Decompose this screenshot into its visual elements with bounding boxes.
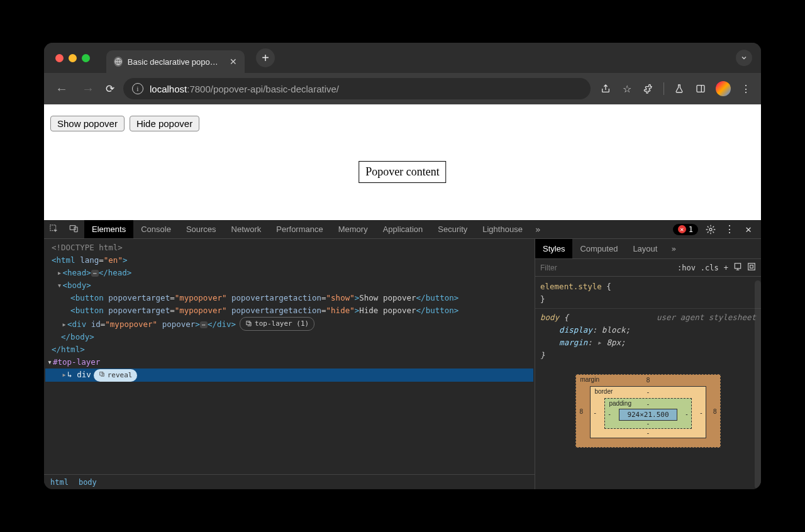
close-tab-icon[interactable]: ✕ — [230, 57, 237, 67]
cls-toggle[interactable]: .cls — [701, 263, 719, 272]
forward-button[interactable]: → — [79, 79, 97, 99]
tab-console[interactable]: Console — [133, 220, 179, 238]
devtools-tabbar: Elements Console Sources Network Perform… — [44, 220, 761, 239]
devtools-menu-icon[interactable]: ⋮ — [723, 223, 736, 235]
error-count-badge[interactable]: ✕ 1 — [673, 224, 698, 235]
body-rule[interactable]: user agent stylesheet body { display: bl… — [540, 311, 756, 362]
browser-window: Basic declarative popover exa ✕ + ← → ⟳ … — [44, 43, 761, 489]
dom-tree[interactable]: <!DOCTYPE html> <html lang="en"> ▸<head>… — [44, 239, 535, 474]
svg-rect-10 — [748, 263, 755, 270]
divider — [663, 82, 664, 95]
top-layer-badge[interactable]: top-layer (1) — [240, 317, 314, 331]
reload-button[interactable]: ⟳ — [106, 82, 114, 96]
crumb-html[interactable]: html — [50, 478, 69, 487]
body-close-node[interactable]: </body> — [45, 331, 533, 343]
svg-rect-8 — [99, 372, 103, 375]
tab-layout[interactable]: Layout — [625, 239, 665, 258]
devtools: Elements Console Sources Network Perform… — [44, 220, 761, 489]
computed-render-icon[interactable] — [733, 262, 742, 273]
ua-stylesheet-label: user agent stylesheet — [657, 311, 756, 324]
address-bar[interactable]: i localhost:7800/popover-api/basic-decla… — [123, 78, 591, 99]
elements-panel: <!DOCTYPE html> <html lang="en"> ▸<head>… — [44, 239, 535, 489]
tab-performance[interactable]: Performance — [269, 220, 330, 238]
content-size: 924×21.500 — [619, 409, 677, 421]
tab-memory[interactable]: Memory — [331, 220, 375, 238]
error-count: 1 — [689, 225, 693, 234]
top-layer-section[interactable]: ▾#top-layer — [45, 356, 533, 369]
site-info-icon[interactable]: i — [132, 83, 143, 94]
border-label: border — [594, 388, 613, 395]
sidepanel-icon[interactable] — [694, 84, 707, 94]
page-viewport: Show popover Hide popover Popover conten… — [44, 104, 761, 220]
tab-elements[interactable]: Elements — [84, 220, 133, 238]
show-popover-button[interactable]: Show popover — [50, 116, 125, 131]
popover-div-node[interactable]: ▸<div id="mypopover" popover>⋯</div>top-… — [45, 317, 533, 331]
inspect-element-icon[interactable] — [44, 224, 64, 235]
tab-security[interactable]: Security — [430, 220, 475, 238]
html-close-node[interactable]: </html> — [45, 343, 533, 356]
devtools-close-icon[interactable]: ✕ — [742, 223, 755, 235]
tab-application[interactable]: Application — [375, 220, 431, 238]
titlebar: Basic declarative popover exa ✕ + — [44, 43, 761, 73]
svg-rect-9 — [735, 263, 740, 269]
breadcrumb[interactable]: html body — [44, 474, 535, 489]
svg-point-6 — [709, 228, 712, 231]
button-hide-node[interactable]: <button popovertarget="mypopover" popove… — [45, 304, 533, 317]
styles-rules[interactable]: element.style {} user agent stylesheet b… — [535, 277, 761, 365]
svg-rect-7 — [247, 321, 250, 324]
reveal-badge[interactable]: reveal — [94, 369, 138, 382]
error-icon: ✕ — [678, 225, 686, 233]
body-open-node[interactable]: ▾<body> — [45, 279, 533, 292]
tab-computed[interactable]: Computed — [572, 239, 625, 258]
button-show-node[interactable]: <button popovertarget="mypopover" popove… — [45, 292, 533, 304]
labs-icon[interactable] — [673, 84, 686, 94]
hov-toggle[interactable]: :hov — [677, 263, 696, 272]
box-model-diagram[interactable]: margin 8 8 8 border - - - padding - — [535, 365, 761, 452]
bookmark-icon[interactable]: ☆ — [621, 83, 633, 95]
more-tabs-icon[interactable]: » — [530, 224, 545, 235]
globe-icon — [114, 57, 123, 67]
extensions-icon[interactable] — [642, 84, 655, 94]
svg-rect-11 — [750, 265, 753, 269]
minimize-window-icon[interactable] — [69, 54, 77, 62]
hide-popover-button[interactable]: Hide popover — [130, 116, 199, 131]
menu-icon[interactable]: ⋮ — [740, 83, 752, 95]
styles-tabbar: Styles Computed Layout » — [535, 239, 761, 259]
top-layer-div-node[interactable]: ▸↳ divreveal — [45, 369, 533, 382]
doctype-node[interactable]: <!DOCTYPE html> — [52, 243, 123, 252]
html-node[interactable]: <html lang="en"> — [45, 254, 533, 267]
url-text: localhost:7800/popover-api/basic-declara… — [150, 84, 339, 94]
device-mode-icon[interactable] — [64, 224, 84, 235]
browser-tab[interactable]: Basic declarative popover exa ✕ — [106, 50, 245, 73]
box-model-icon[interactable] — [747, 262, 756, 273]
tabs-dropdown-icon[interactable] — [736, 50, 752, 66]
padding-label: padding — [609, 400, 631, 407]
browser-toolbar: ← → ⟳ i localhost:7800/popover-api/basic… — [44, 73, 761, 104]
scrollbar[interactable] — [755, 280, 761, 489]
maximize-window-icon[interactable] — [82, 54, 90, 62]
share-icon[interactable] — [599, 84, 612, 94]
head-node[interactable]: ▸<head>⋯</head> — [45, 267, 533, 279]
new-rule-icon[interactable]: + — [724, 263, 728, 272]
back-button[interactable]: ← — [53, 79, 70, 99]
styles-filter-input[interactable] — [540, 263, 672, 272]
more-styles-tabs-icon[interactable]: » — [665, 244, 682, 253]
crumb-body[interactable]: body — [79, 478, 97, 487]
close-window-icon[interactable] — [55, 54, 64, 62]
margin-label: margin — [580, 376, 599, 383]
tab-lighthouse[interactable]: Lighthouse — [475, 220, 530, 238]
styles-panel: Styles Computed Layout » :hov .cls + — [535, 239, 761, 489]
svg-rect-1 — [697, 86, 704, 92]
tab-title: Basic declarative popover exa — [128, 57, 222, 67]
tab-styles[interactable]: Styles — [535, 239, 572, 258]
profile-avatar[interactable] — [716, 81, 731, 96]
tab-network[interactable]: Network — [224, 220, 269, 238]
styles-filter-row: :hov .cls + — [535, 259, 761, 277]
settings-icon[interactable] — [704, 224, 717, 235]
popover-content: Popover content — [358, 161, 446, 183]
tab-sources[interactable]: Sources — [179, 220, 224, 238]
new-tab-button[interactable]: + — [256, 48, 275, 67]
element-style-rule[interactable]: element.style {} — [540, 280, 756, 306]
